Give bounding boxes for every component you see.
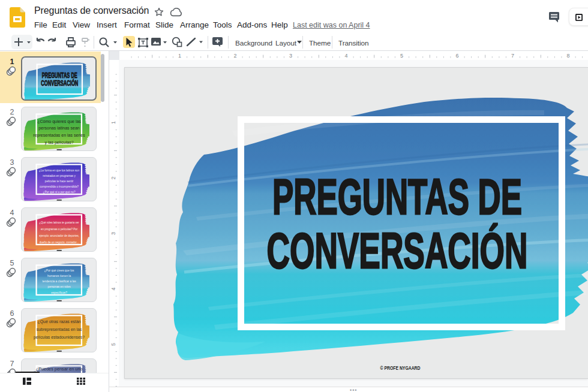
svg-text:tendencia a clasificar a las: tendencia a clasificar a las: [42, 280, 76, 283]
svg-text:2: 2: [110, 176, 116, 179]
svg-text:6: 6: [455, 53, 458, 59]
svg-text:4: 4: [344, 53, 347, 59]
svg-text:8: 8: [566, 53, 569, 59]
svg-text:1: 1: [110, 121, 116, 124]
svg-text:PREGUNTAS DE: PREGUNTAS DE: [42, 71, 77, 80]
svg-text:dueño de un negocio, contador.: dueño de un negocio, contador...: [40, 241, 79, 244]
svg-text:específicos?: específicos?: [51, 291, 67, 294]
svg-text:humanos tienen la: humanos tienen la: [47, 275, 71, 278]
svg-text:3: 3: [110, 232, 116, 235]
svg-text:2: 2: [233, 53, 236, 59]
svg-text:7: 7: [511, 53, 514, 59]
svg-text:ejemplo: anunciador de deporte: ejemplo: anunciador de deportes,: [39, 234, 79, 237]
svg-text:¿Cómo quieres que las: ¿Cómo quieres que las: [37, 119, 81, 124]
svg-text:¿Por qué crees que los: ¿Por qué crees que los: [44, 269, 74, 272]
svg-text:5: 5: [110, 343, 116, 346]
svg-text:3: 3: [289, 53, 292, 59]
svg-text:PREGUNTAS DE: PREGUNTAS DE: [272, 168, 522, 225]
svg-text:4: 4: [110, 287, 116, 290]
svg-text:© PROFE NYGAARD: © PROFE NYGAARD: [380, 364, 421, 371]
svg-text:películas te hace sentir: películas te hace sentir: [45, 180, 74, 183]
svg-text:¿La forma en que los latinos s: ¿La forma en que los latinos son: [39, 169, 80, 172]
svg-text:en programas o películas? Por: en programas o películas? Por: [41, 228, 78, 231]
svg-text:¿Por qué sí o por qué no?: ¿Por qué sí o por qué no?: [43, 191, 76, 194]
svg-text:subrepresentadas en las: subrepresentadas en las: [37, 327, 82, 332]
svg-text:1: 1: [178, 53, 181, 59]
svg-text:¿Qué roles latinos te gustaría: ¿Qué roles latinos te gustaría ver: [39, 221, 79, 224]
svg-text:¿Qué otras razas están: ¿Qué otras razas están: [38, 319, 81, 324]
svg-text:CONVERSACIÓN: CONVERSACIÓN: [41, 79, 78, 88]
svg-text:personas en roles: personas en roles: [48, 285, 71, 288]
svg-text:representadas en las series: representadas en las series: [33, 133, 85, 138]
svg-text:CONVERSACIÓN: CONVERSACIÓN: [267, 222, 528, 279]
svg-text:¿Puedes pensar en uno: ¿Puedes pensar en uno: [36, 366, 83, 372]
svg-text:personas latinas sean: personas latinas sean: [38, 126, 79, 131]
svg-text:retratados en programas y: retratados en programas y: [43, 174, 76, 177]
svg-text:5: 5: [400, 53, 403, 59]
svg-text:películas estadounidenses?: películas estadounidenses?: [34, 335, 85, 340]
svg-text:y las películas?: y las películas?: [45, 140, 74, 145]
svg-text:comprendida o incomprendida?: comprendida o incomprendida?: [40, 185, 79, 188]
